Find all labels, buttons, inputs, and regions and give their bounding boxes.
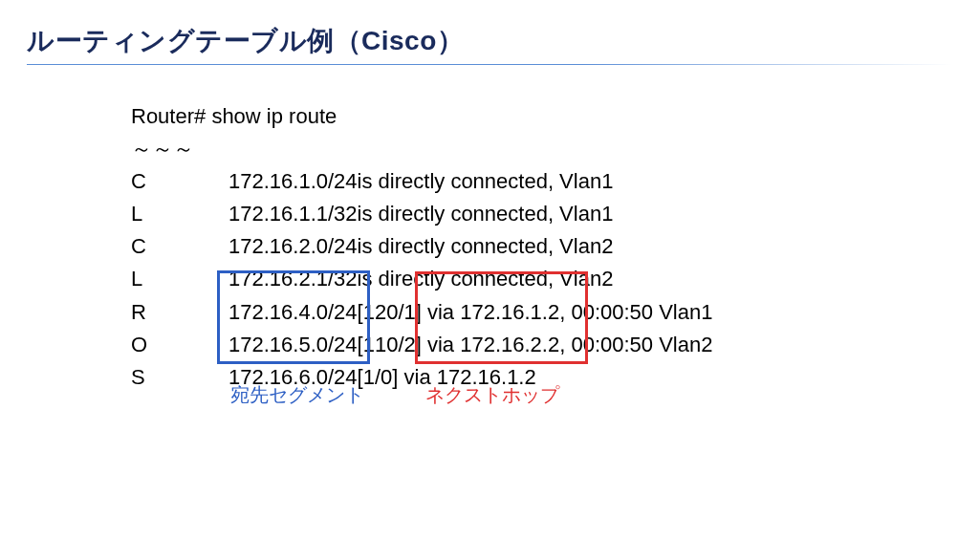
destination-segment-label: 宛先セグメント [230, 382, 364, 408]
route-row: C172.16.1.0/24 is directly connected, Vl… [131, 165, 712, 198]
route-rest: [110/2] via 172.16.2.2, 00:00:50 Vlan2 [358, 329, 713, 361]
terminal-output: Router# show ip route ～～～ C172.16.1.0/24… [131, 100, 712, 394]
route-code: C [131, 165, 228, 198]
route-row: C172.16.2.0/24 is directly connected, Vl… [131, 230, 712, 263]
route-row: R172.16.4.0/24 [120/1] via 172.16.1.2, 0… [131, 296, 712, 329]
title-divider [27, 64, 952, 65]
route-dest: 172.16.2.0/24 [228, 230, 358, 263]
page-title: ルーティングテーブル例（Cisco） [0, 0, 979, 59]
route-rest: is directly connected, Vlan2 [358, 263, 614, 295]
route-code: L [131, 263, 228, 295]
route-dest: 172.16.1.1/32 [228, 198, 358, 230]
route-dest: 172.16.2.1/32 [228, 263, 358, 295]
route-rest: is directly connected, Vlan2 [358, 230, 614, 263]
route-row: L172.16.1.1/32 is directly connected, Vl… [131, 198, 712, 230]
route-dest: 172.16.5.0/24 [228, 329, 358, 361]
route-dest: 172.16.1.0/24 [228, 165, 358, 198]
route-row: O172.16.5.0/24 [110/2] via 172.16.2.2, 0… [131, 329, 712, 361]
route-code: C [131, 230, 228, 263]
route-code: S [131, 361, 228, 394]
route-dest: 172.16.4.0/24 [228, 296, 358, 329]
route-row: L172.16.2.1/32 is directly connected, Vl… [131, 263, 712, 295]
next-hop-label: ネクストホップ [425, 382, 559, 408]
route-code: R [131, 296, 228, 329]
route-rest: is directly connected, Vlan1 [358, 198, 614, 230]
route-row: S172.16.6.0/24 [1/0] via 172.16.1.2 [131, 361, 712, 394]
route-rest: is directly connected, Vlan1 [358, 165, 614, 198]
route-rest: [120/1] via 172.16.1.2, 00:00:50 Vlan1 [358, 296, 713, 329]
route-code: O [131, 329, 228, 361]
route-code: L [131, 198, 228, 230]
prompt-line: Router# show ip route [131, 100, 712, 133]
omitted-line: ～～～ [131, 133, 712, 165]
